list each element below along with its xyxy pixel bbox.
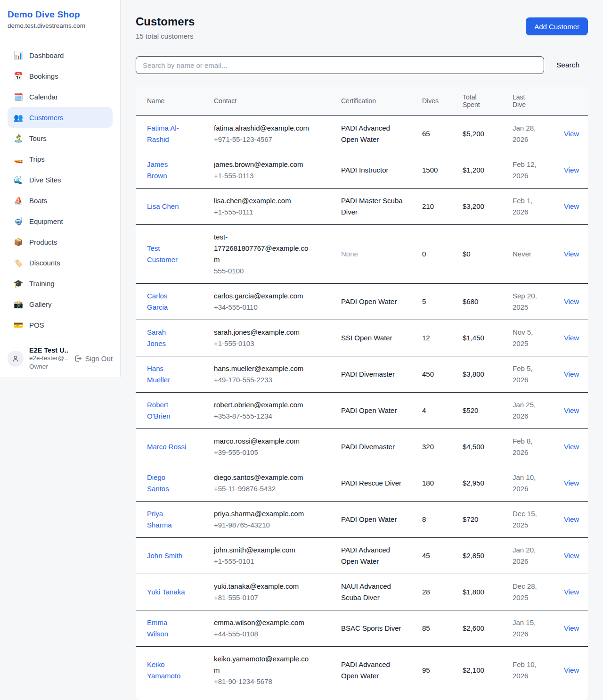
customer-name-link[interactable]: Marco Rossi [147, 441, 186, 453]
customer-total-spent: $2,100 [463, 666, 484, 674]
customer-total-spent: $520 [463, 406, 478, 414]
sidebar-item-bookings[interactable]: 📅 Bookings [8, 66, 113, 86]
customer-last-dive: Jan 28, 2026 [513, 123, 540, 145]
customer-total-spent: $5,200 [463, 130, 484, 138]
customer-dives: 5 [422, 297, 426, 305]
customer-name-link[interactable]: Yuki Tanaka [147, 586, 185, 598]
customer-phone: 555-0100 [214, 265, 326, 277]
customer-phone: +353-87-555-1234 [214, 411, 326, 422]
training-icon: 🎓 [14, 279, 23, 288]
view-link[interactable]: View [564, 406, 579, 414]
view-link[interactable]: View [564, 250, 579, 258]
view-link[interactable]: View [564, 130, 579, 138]
customer-phone: +34-555-0110 [214, 302, 326, 313]
view-link[interactable]: View [564, 624, 579, 632]
customer-email: emma.wilson@example.com [214, 617, 314, 628]
calendar-icon: 🗓️ [14, 92, 23, 101]
equipment-icon: 🤿 [14, 217, 23, 226]
customer-name-link[interactable]: James Brown [147, 159, 187, 181]
sidebar-item-calendar[interactable]: 🗓️ Calendar [8, 86, 113, 107]
customer-phone: +55-11-99876-5432 [214, 483, 326, 494]
customer-dives: 450 [422, 370, 434, 378]
customer-last-dive: Feb 8, 2026 [513, 436, 540, 458]
customer-name-link[interactable]: Diego Santos [147, 472, 187, 494]
customer-email: test-1772681807767@example.com [214, 231, 314, 265]
bookings-icon: 📅 [14, 72, 23, 81]
customer-name-link[interactable]: Keiko Yamamoto [147, 659, 187, 682]
customer-phone: +971-55-123-4567 [214, 134, 326, 145]
table-row: Hans Mueller hans.mueller@example.com +4… [136, 356, 588, 392]
sidebar-item-pos[interactable]: 💳 POS [8, 314, 113, 335]
view-link[interactable]: View [564, 166, 579, 174]
view-link[interactable]: View [564, 370, 579, 378]
customer-dives: 320 [422, 443, 434, 451]
customer-name-link[interactable]: Priya Sharma [147, 508, 187, 531]
column-header-contact: Contact [206, 86, 334, 115]
customer-total-spent: $3,800 [463, 370, 484, 378]
column-header-dives: Dives [415, 86, 455, 115]
view-link[interactable]: View [564, 515, 579, 523]
view-link[interactable]: View [564, 202, 579, 210]
customer-name-link[interactable]: Fatima Al-Rashid [147, 123, 187, 145]
table-row: Emma Wilson emma.wilson@example.com +44-… [136, 610, 588, 646]
customer-last-dive: Feb 1, 2026 [513, 195, 540, 218]
customer-certification: PADI Open Water [341, 406, 397, 414]
page-header-text: Customers 15 total customers [136, 15, 195, 40]
customer-name-link[interactable]: Sarah Jones [147, 327, 187, 349]
view-link[interactable]: View [564, 443, 579, 451]
sign-out-label: Sign Out [85, 354, 113, 362]
customer-last-dive: Dec 15, 2025 [513, 508, 540, 531]
customer-name-link[interactable]: Test Customer [147, 243, 187, 265]
view-link[interactable]: View [564, 666, 579, 674]
customer-total-spent: $2,600 [463, 624, 484, 632]
customer-dives: 1500 [422, 166, 438, 174]
customer-last-dive: Never [513, 248, 531, 260]
customer-email: yuki.tanaka@example.com [214, 581, 314, 592]
sidebar-item-products[interactable]: 📦 Products [8, 231, 113, 252]
add-customer-button[interactable]: Add Customer [526, 17, 588, 35]
customer-name-link[interactable]: Emma Wilson [147, 617, 187, 640]
view-link[interactable]: View [564, 552, 579, 560]
customer-email: james.brown@example.com [214, 159, 314, 170]
customer-certification: SSI Open Water [341, 334, 392, 342]
boats-icon: ⛵ [14, 196, 23, 205]
sign-out-button[interactable]: Sign Out [74, 354, 113, 362]
sidebar-item-dashboard[interactable]: 📊 Dashboard [8, 45, 113, 66]
customer-name-link[interactable]: Hans Mueller [147, 363, 187, 386]
sidebar-item-training[interactable]: 🎓 Training [8, 273, 113, 294]
search-button[interactable]: Search [556, 61, 579, 69]
sidebar-item-gallery[interactable]: 📸 Gallery [8, 294, 113, 314]
customer-name-link[interactable]: Lisa Chen [147, 201, 179, 212]
table-row: Marco Rossi marco.rossi@example.com +39-… [136, 428, 588, 465]
search-input[interactable] [136, 56, 544, 74]
customer-email: diego.santos@example.com [214, 472, 314, 483]
customer-last-dive: Jan 20, 2026 [513, 544, 540, 567]
customer-name-link[interactable]: John Smith [147, 550, 182, 561]
customer-phone: +39-555-0105 [214, 447, 326, 458]
sidebar-item-discounts[interactable]: 🏷️ Discounts [8, 252, 113, 273]
customer-certification: PADI Rescue Diver [341, 479, 401, 487]
customer-count: 15 total customers [136, 32, 195, 40]
customer-last-dive: Feb 12, 2026 [513, 159, 540, 181]
view-link[interactable]: View [564, 588, 579, 596]
customer-email: hans.mueller@example.com [214, 363, 314, 374]
sidebar-item-customers[interactable]: 👥 Customers [8, 107, 113, 128]
sidebar-item-tours[interactable]: 🏝️ Tours [8, 128, 113, 148]
customer-certification: PADI Open Water [341, 515, 397, 523]
view-link[interactable]: View [564, 334, 579, 342]
sidebar-item-equipment[interactable]: 🤿 Equipment [8, 211, 113, 231]
main-content: Customers 15 total customers Add Custome… [121, 0, 603, 700]
view-link[interactable]: View [564, 297, 579, 305]
customer-name-link[interactable]: Robert O'Brien [147, 399, 187, 422]
customer-total-spent: $1,800 [463, 588, 484, 596]
customers-icon: 👥 [14, 113, 23, 122]
customer-email: marco.rossi@example.com [214, 436, 314, 447]
sidebar-item-dive-sites[interactable]: 🌊 Dive Sites [8, 169, 113, 190]
sidebar-item-trips[interactable]: 🚤 Trips [8, 148, 113, 169]
customer-certification: BSAC Sports Diver [341, 624, 401, 632]
view-link[interactable]: View [564, 479, 579, 487]
discounts-icon: 🏷️ [14, 258, 23, 267]
sidebar-item-boats[interactable]: ⛵ Boats [8, 190, 113, 211]
customer-name-link[interactable]: Carlos Garcia [147, 290, 187, 313]
customer-email: priya.sharma@example.com [214, 508, 314, 519]
